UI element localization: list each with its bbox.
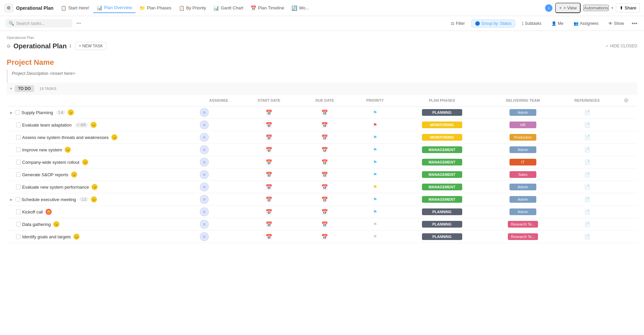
task-checkbox[interactable] [16, 185, 21, 189]
ref-cell[interactable]: 📄 [559, 206, 615, 218]
priority-cell[interactable]: ⚑ [353, 106, 397, 119]
priority-cell[interactable]: ⚑ [353, 231, 397, 243]
priority-cell[interactable]: ⚑ [353, 131, 397, 144]
priority-flag-icon[interactable]: ⚑ [373, 172, 377, 177]
tab-plan-overview[interactable]: 📊 Plan Overview [93, 3, 136, 13]
priority-flag-icon[interactable]: ⚑ [373, 184, 377, 190]
assignee-icon[interactable]: ⊕ [200, 158, 209, 166]
start-date-cell[interactable]: 📅 [241, 106, 297, 119]
priority-flag-icon[interactable]: ⚑ [373, 209, 377, 214]
expand-icon[interactable]: ▶ [10, 111, 13, 114]
hide-closed-button[interactable]: ✓ HIDE CLOSED [605, 44, 637, 48]
ref-icon[interactable]: 📄 [584, 172, 590, 177]
ref-cell[interactable]: 📄 [559, 144, 615, 156]
ref-icon[interactable]: 📄 [584, 234, 590, 239]
group-by-button[interactable]: 🔵 Group by: Status [471, 19, 515, 28]
start-date-icon[interactable]: 📅 [266, 122, 272, 128]
task-checkbox[interactable] [16, 222, 21, 227]
start-date-cell[interactable]: 📅 [241, 144, 297, 156]
section-chevron-icon[interactable]: ▾ [10, 86, 12, 91]
priority-cell[interactable]: ⚑ [353, 181, 397, 193]
assignee-icon[interactable]: ⊕ [200, 133, 209, 142]
due-date-cell[interactable]: 📅 [297, 169, 353, 181]
assignee-icon[interactable]: ⊕ [200, 145, 209, 154]
priority-cell[interactable]: ⚑ [353, 206, 397, 218]
ref-icon[interactable]: 📄 [584, 159, 590, 165]
start-date-icon[interactable]: 📅 [266, 135, 272, 140]
due-date-icon[interactable]: 📅 [321, 184, 328, 190]
start-date-cell[interactable]: 📅 [241, 156, 297, 169]
start-date-icon[interactable]: 📅 [266, 197, 272, 202]
due-date-cell[interactable]: 📅 [297, 193, 353, 206]
task-checkbox[interactable] [15, 110, 20, 115]
start-date-cell[interactable]: 📅 [241, 218, 297, 231]
tab-plan-phases[interactable]: 📁 Plan Phases [136, 3, 175, 13]
assignees-button[interactable]: 👥 Assignees [570, 19, 602, 28]
start-date-icon[interactable]: 📅 [266, 172, 272, 178]
start-date-cell[interactable]: 📅 [241, 193, 297, 206]
subtask-count-badge[interactable]: ⤵ 2 [79, 197, 88, 202]
start-date-cell[interactable]: 📅 [241, 169, 297, 181]
toolbar-dots-icon[interactable]: ••• [76, 21, 81, 26]
priority-cell[interactable]: ⚑ [353, 193, 397, 206]
filter-button[interactable]: ⚖ Filter [447, 19, 469, 28]
due-date-icon[interactable]: 📅 [321, 222, 328, 227]
start-date-icon[interactable]: 📅 [266, 222, 272, 227]
subtask-count-badge[interactable]: ⤵ 4 [56, 110, 65, 115]
assignee-icon[interactable]: ⊕ [200, 170, 209, 179]
due-date-cell[interactable]: 📅 [297, 218, 353, 231]
due-date-icon[interactable]: 📅 [321, 234, 328, 240]
start-date-cell[interactable]: 📅 [241, 119, 297, 131]
due-date-icon[interactable]: 📅 [321, 159, 328, 165]
ref-cell[interactable]: 📄 [559, 156, 615, 169]
add-column-icon[interactable]: ⊕ [624, 97, 629, 104]
ref-icon[interactable]: 📄 [584, 222, 590, 227]
ref-cell[interactable]: 📄 [559, 169, 615, 181]
assignee-icon[interactable]: ⊕ [200, 220, 209, 229]
start-date-icon[interactable]: 📅 [266, 159, 272, 165]
start-date-icon[interactable]: 📅 [266, 110, 272, 115]
due-date-icon[interactable]: 📅 [321, 209, 328, 215]
due-date-cell[interactable]: 📅 [297, 156, 353, 169]
assignee-icon[interactable]: ⊕ [200, 207, 209, 216]
ref-cell[interactable]: 📄 [559, 119, 615, 131]
ref-cell[interactable]: 📄 [559, 193, 615, 206]
show-button[interactable]: 👁 Show [605, 19, 628, 28]
start-date-icon[interactable]: 📅 [266, 209, 272, 215]
ref-icon[interactable]: 📄 [584, 197, 590, 202]
assignee-icon[interactable]: ⊕ [200, 232, 209, 241]
due-date-cell[interactable]: 📅 [297, 106, 353, 119]
priority-flag-icon[interactable]: ⚑ [373, 222, 377, 227]
ref-cell[interactable]: 📄 [559, 231, 615, 243]
start-date-cell[interactable]: 📅 [241, 131, 297, 144]
ref-cell[interactable]: 📄 [559, 218, 615, 231]
due-date-cell[interactable]: 📅 [297, 131, 353, 144]
ref-icon[interactable]: 📄 [584, 147, 590, 152]
tab-by-priority[interactable]: 📋 By Priority [175, 3, 209, 13]
due-date-cell[interactable]: 📅 [297, 119, 353, 131]
assignee-icon[interactable]: ⊕ [200, 183, 209, 191]
ref-icon[interactable]: 📄 [584, 122, 590, 128]
due-date-cell[interactable]: 📅 [297, 144, 353, 156]
due-date-icon[interactable]: 📅 [321, 110, 328, 115]
priority-flag-icon[interactable]: ⚑ [373, 147, 377, 152]
task-checkbox[interactable] [16, 160, 21, 164]
collapse-icon[interactable]: ⊖ [7, 43, 11, 49]
priority-flag-icon[interactable]: ⚑ [373, 197, 377, 202]
assignee-icon[interactable]: ⊕ [200, 108, 209, 117]
due-date-icon[interactable]: 📅 [321, 147, 328, 153]
start-date-icon[interactable]: 📅 [266, 184, 272, 190]
task-checkbox[interactable] [16, 147, 21, 152]
priority-cell[interactable]: ⚑ [353, 218, 397, 231]
col-header-add[interactable]: ⊕ [615, 95, 637, 106]
priority-cell[interactable]: ⚑ [353, 144, 397, 156]
tab-gantt-chart[interactable]: 📊 Gantt Chart [210, 3, 247, 13]
due-date-cell[interactable]: 📅 [297, 181, 353, 193]
new-task-button[interactable]: + NEW TASK [75, 42, 107, 50]
start-date-cell[interactable]: 📅 [241, 206, 297, 218]
expand-icon[interactable]: ▶ [10, 198, 13, 201]
due-date-icon[interactable]: 📅 [321, 172, 328, 178]
tab-plan-timeline[interactable]: 📅 Plan Timeline [247, 3, 287, 13]
priority-flag-icon[interactable]: ⚑ [373, 122, 377, 128]
assignee-icon[interactable]: ⊕ [200, 121, 209, 129]
